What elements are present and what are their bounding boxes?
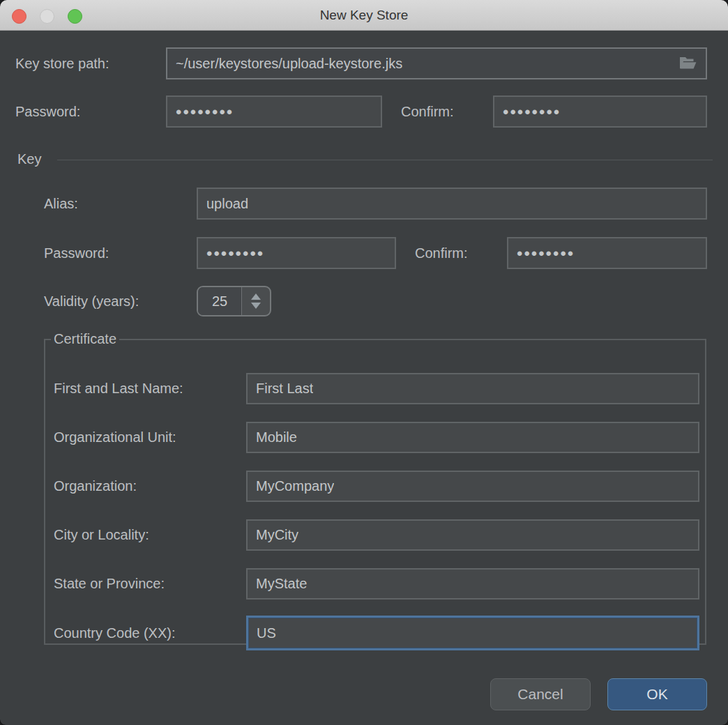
key-password-value: •••••••• bbox=[206, 245, 264, 262]
certificate-group: Certificate First and Last Name: First L… bbox=[44, 331, 706, 645]
alias-input[interactable]: upload bbox=[197, 188, 707, 220]
store-confirm-input[interactable]: •••••••• bbox=[493, 96, 707, 128]
country-code-value: US bbox=[257, 625, 276, 641]
key-password-input[interactable]: •••••••• bbox=[197, 237, 396, 269]
key-store-path-label: Key store path: bbox=[15, 47, 109, 79]
key-section-divider bbox=[57, 160, 713, 160]
alias-label: Alias: bbox=[44, 188, 78, 220]
key-confirm-label: Confirm: bbox=[415, 237, 468, 269]
validity-value[interactable]: 25 bbox=[198, 287, 242, 315]
city-locality-value: MyCity bbox=[256, 527, 298, 543]
new-key-store-dialog: New Key Store Key store path: ~/user/key… bbox=[0, 0, 728, 725]
country-code-input[interactable]: US bbox=[246, 616, 699, 650]
key-confirm-value: •••••••• bbox=[517, 245, 575, 262]
city-locality-input[interactable]: MyCity bbox=[246, 519, 699, 551]
organization-value: MyCompany bbox=[256, 478, 334, 494]
alias-value: upload bbox=[206, 196, 248, 212]
country-code-label: Country Code (XX): bbox=[54, 616, 176, 650]
spinner-up-icon[interactable] bbox=[251, 293, 261, 300]
folder-icon bbox=[678, 56, 697, 71]
cancel-button[interactable]: Cancel bbox=[490, 678, 591, 710]
store-password-input[interactable]: •••••••• bbox=[166, 96, 382, 128]
state-province-value: MyState bbox=[256, 576, 307, 592]
validity-spinner[interactable]: 25 bbox=[197, 286, 271, 316]
store-password-value: •••••••• bbox=[176, 104, 234, 121]
store-confirm-label: Confirm: bbox=[401, 96, 454, 128]
key-store-path-value: ~/user/keystores/upload-keystore.jks bbox=[176, 56, 402, 72]
first-last-name-value: First Last bbox=[256, 381, 313, 397]
spinner-down-icon[interactable] bbox=[251, 303, 261, 309]
dialog-title: New Key Store bbox=[0, 0, 728, 31]
store-password-label: Password: bbox=[15, 96, 80, 128]
organizational-unit-label: Organizational Unit: bbox=[54, 422, 176, 453]
organizational-unit-input[interactable]: Mobile bbox=[246, 422, 699, 453]
key-section-title: Key bbox=[17, 151, 41, 167]
organization-label: Organization: bbox=[54, 471, 137, 502]
state-province-label: State or Province: bbox=[54, 568, 165, 600]
organization-input[interactable]: MyCompany bbox=[246, 471, 699, 502]
first-last-name-label: First and Last Name: bbox=[54, 373, 183, 404]
certificate-group-title: Certificate bbox=[51, 331, 119, 347]
organizational-unit-value: Mobile bbox=[256, 429, 297, 445]
state-province-input[interactable]: MyState bbox=[246, 568, 699, 600]
first-last-name-input[interactable]: First Last bbox=[246, 373, 699, 404]
validity-stepper[interactable] bbox=[242, 287, 270, 315]
key-confirm-input[interactable]: •••••••• bbox=[507, 237, 707, 269]
key-password-label: Password: bbox=[44, 237, 109, 269]
key-store-path-input[interactable]: ~/user/keystores/upload-keystore.jks bbox=[166, 47, 707, 79]
validity-label: Validity (years): bbox=[44, 286, 139, 316]
city-locality-label: City or Locality: bbox=[54, 519, 149, 551]
browse-button[interactable] bbox=[678, 55, 697, 72]
store-confirm-value: •••••••• bbox=[503, 104, 561, 121]
ok-button[interactable]: OK bbox=[607, 678, 707, 710]
titlebar: New Key Store bbox=[0, 0, 728, 31]
